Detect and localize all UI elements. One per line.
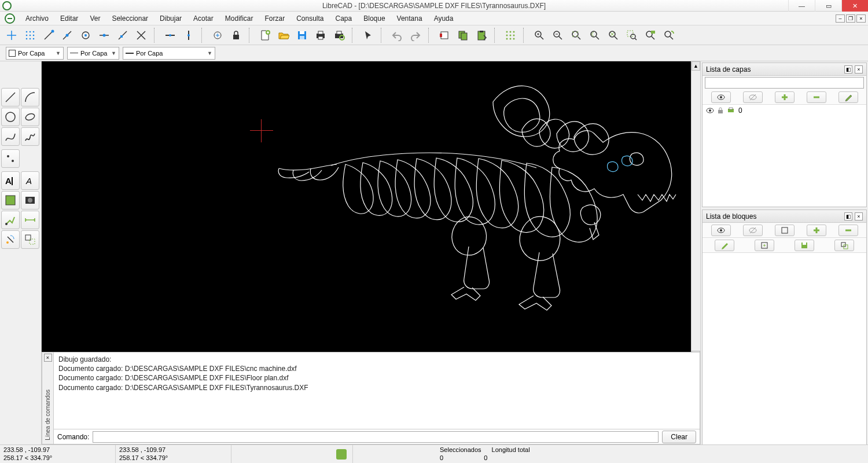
layer-remove-button[interactable] <box>807 91 826 103</box>
menu-ver[interactable]: Ver <box>85 13 105 24</box>
drawing-canvas[interactable] <box>42 61 691 360</box>
block-edit-button[interactable] <box>755 240 774 251</box>
snap-endpoint-button[interactable] <box>41 27 57 43</box>
command-clear-button[interactable]: Clear <box>662 431 696 443</box>
zoom-pan-button[interactable] <box>642 27 659 43</box>
save-file-button[interactable] <box>294 27 310 43</box>
print-button[interactable] <box>312 27 329 43</box>
mdi-restore-button[interactable]: ❐ <box>846 14 855 23</box>
snap-on-entity-button[interactable] <box>59 27 75 43</box>
block-show-all-button[interactable] <box>711 225 731 236</box>
panel-close-button[interactable]: × <box>855 212 863 221</box>
menu-acotar[interactable]: Acotar <box>189 13 218 24</box>
tool-dimension-button[interactable] <box>21 211 39 229</box>
paste-button[interactable] <box>473 27 490 43</box>
tool-polyline-button[interactable] <box>21 127 39 146</box>
tool-modify-button[interactable] <box>1 211 20 229</box>
snap-distance-button[interactable] <box>115 27 131 43</box>
block-hide-all-button[interactable] <box>743 225 763 236</box>
block-save-button[interactable] <box>795 240 814 251</box>
tool-arc-button[interactable] <box>21 88 39 106</box>
blocks-list[interactable] <box>703 253 866 461</box>
panel-float-button[interactable]: ◧ <box>844 65 852 74</box>
mdi-close-button[interactable]: × <box>856 14 866 23</box>
cut-button[interactable] <box>436 27 453 43</box>
zoom-out-button[interactable] <box>550 27 566 43</box>
block-add-button[interactable] <box>807 225 826 236</box>
zoom-redraw-button[interactable] <box>605 27 621 43</box>
pointer-button[interactable] <box>360 27 376 43</box>
tool-spline-button[interactable] <box>1 127 20 146</box>
menu-ayuda[interactable]: Ayuda <box>429 13 458 24</box>
block-create-button[interactable] <box>775 225 795 236</box>
menu-consulta[interactable]: Consulta <box>292 13 328 24</box>
copy-button[interactable] <box>455 27 471 43</box>
tool-circle-button[interactable] <box>1 108 20 126</box>
layer-row[interactable]: 0 <box>703 105 866 116</box>
window-maximize-button[interactable]: ▭ <box>815 0 841 12</box>
print-icon[interactable] <box>727 107 735 114</box>
linetype-combo[interactable]: Por Capa ▼ <box>67 47 119 60</box>
restrict-vertical-button[interactable] <box>181 27 197 43</box>
layer-hide-all-button[interactable] <box>743 91 763 103</box>
tool-image-button[interactable] <box>21 191 39 210</box>
layer-show-all-button[interactable] <box>711 91 731 103</box>
snap-middle-button[interactable] <box>96 27 112 43</box>
layers-list[interactable]: 0 <box>703 105 866 207</box>
layer-filter-input[interactable] <box>705 77 864 89</box>
mdi-minimize-button[interactable]: – <box>836 14 845 23</box>
menu-ventana[interactable]: Ventana <box>392 13 427 24</box>
command-input[interactable] <box>93 431 659 443</box>
panel-float-button[interactable]: ◧ <box>844 212 852 221</box>
vertical-scrollbar[interactable]: ▲ ▼ <box>691 61 700 360</box>
tool-ellipse-button[interactable] <box>21 108 39 126</box>
tool-point-button[interactable] <box>1 149 20 168</box>
scroll-up-button[interactable]: ▲ <box>692 61 700 71</box>
undo-button[interactable] <box>389 27 405 43</box>
lineweight-combo[interactable]: Por Capa ▼ <box>123 47 215 60</box>
snap-center-button[interactable] <box>78 27 94 43</box>
snap-free-button[interactable] <box>3 27 20 43</box>
lock-relative-zero-button[interactable] <box>228 27 244 43</box>
layer-add-button[interactable] <box>775 91 795 103</box>
tool-text-button[interactable]: A <box>1 171 20 190</box>
app-menu-icon[interactable] <box>5 13 15 24</box>
tool-block-button[interactable] <box>21 230 39 249</box>
scrollbar-track[interactable] <box>692 71 700 351</box>
snap-grid-button[interactable] <box>22 27 38 43</box>
lock-icon[interactable] <box>718 107 723 114</box>
block-remove-button[interactable] <box>838 225 858 236</box>
color-combo[interactable]: Por Capa ▼ <box>6 47 64 60</box>
menu-forzar[interactable]: Forzar <box>260 13 289 24</box>
block-insert-button[interactable] <box>834 240 854 251</box>
zoom-selection-button[interactable] <box>661 27 677 43</box>
grid-toggle-button[interactable] <box>502 27 518 43</box>
restrict-horizontal-button[interactable] <box>162 27 178 43</box>
menu-archivo[interactable]: Archivo <box>21 13 53 24</box>
menu-capa[interactable]: Capa <box>331 13 357 24</box>
menu-seleccionar[interactable]: Seleccionar <box>107 13 153 24</box>
block-rename-button[interactable] <box>715 240 734 251</box>
menu-editar[interactable]: Editar <box>56 13 83 24</box>
window-close-button[interactable]: ✕ <box>841 0 868 12</box>
redo-button[interactable] <box>407 27 424 43</box>
set-relative-zero-button[interactable] <box>209 27 226 43</box>
open-file-button[interactable] <box>275 27 292 43</box>
tool-hatch-button[interactable] <box>1 191 20 210</box>
zoom-window-button[interactable] <box>624 27 640 43</box>
zoom-previous-button[interactable] <box>587 27 603 43</box>
tool-mtext-button[interactable]: A <box>21 171 39 190</box>
tool-line-button[interactable] <box>1 88 20 106</box>
layer-edit-button[interactable] <box>838 91 858 103</box>
menu-bloque[interactable]: Bloque <box>359 13 389 24</box>
eye-icon[interactable] <box>706 108 714 113</box>
panel-close-button[interactable]: × <box>855 65 863 74</box>
command-log[interactable]: Dibujo guardado: Documento cargado: D:\D… <box>54 352 700 429</box>
zoom-in-button[interactable] <box>531 27 547 43</box>
menu-dibujar[interactable]: Dibujar <box>155 13 186 24</box>
window-minimize-button[interactable]: — <box>788 0 815 12</box>
new-file-button[interactable] <box>257 27 273 43</box>
zoom-auto-button[interactable] <box>568 27 584 43</box>
command-panel-close-button[interactable]: × <box>44 354 52 362</box>
print-preview-button[interactable] <box>331 27 347 43</box>
